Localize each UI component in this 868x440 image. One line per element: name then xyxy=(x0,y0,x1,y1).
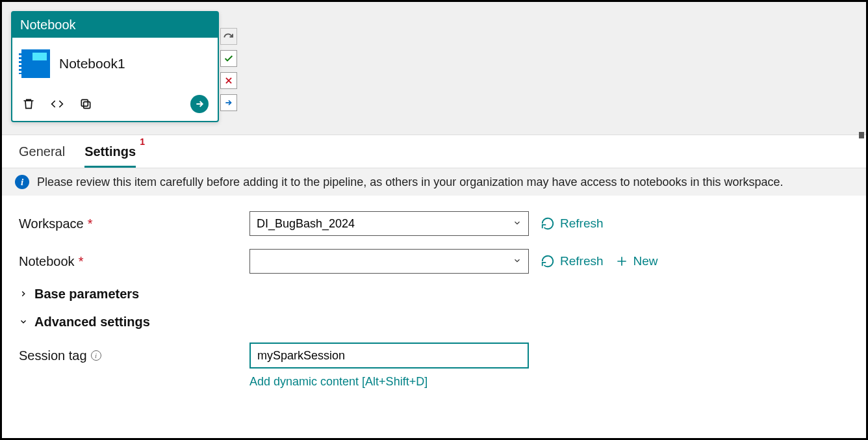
notebook-refresh-button[interactable]: Refresh xyxy=(541,254,604,268)
skip-arrow-icon[interactable] xyxy=(220,94,237,111)
workspace-refresh-button[interactable]: Refresh xyxy=(541,216,604,231)
session-tag-input[interactable] xyxy=(249,343,529,369)
info-icon: i xyxy=(15,175,29,189)
properties-tab-bar: General Settings 1 xyxy=(2,135,866,168)
required-asterisk: * xyxy=(79,254,84,269)
info-banner-text: Please review this item carefully before… xyxy=(37,175,784,189)
success-check-icon[interactable] xyxy=(220,50,237,67)
add-dynamic-content-link[interactable]: Add dynamic content [Alt+Shift+D] xyxy=(249,375,849,389)
notebook-icon xyxy=(21,49,50,78)
workspace-label: Workspace xyxy=(19,216,84,231)
chevron-down-icon xyxy=(19,315,28,330)
copy-icon[interactable] xyxy=(79,97,93,111)
workspace-select[interactable]: DI_BugBash_2024 xyxy=(249,211,529,236)
tab-settings-badge: 1 xyxy=(140,136,145,147)
tab-general[interactable]: General xyxy=(19,144,65,168)
activity-card-notebook[interactable]: Notebook Notebook1 xyxy=(11,11,219,122)
run-arrow-icon[interactable] xyxy=(190,95,209,113)
activity-card-body: Notebook1 xyxy=(12,38,218,90)
tab-settings[interactable]: Settings 1 xyxy=(84,144,136,168)
activity-card-toolbar xyxy=(12,90,218,121)
settings-form: Workspace * DI_BugBash_2024 Refresh Note… xyxy=(2,196,866,404)
error-x-icon[interactable] xyxy=(220,72,237,89)
chevron-down-icon xyxy=(513,217,522,231)
refresh-label: Refresh xyxy=(560,254,604,268)
chevron-right-icon xyxy=(19,287,28,302)
notebook-label: Notebook xyxy=(19,254,75,269)
advanced-settings-expander[interactable]: Advanced settings xyxy=(19,315,849,330)
notebook-row: Notebook * Refresh New xyxy=(19,249,849,274)
side-tool-strip xyxy=(220,28,237,111)
delete-icon[interactable] xyxy=(21,97,36,111)
required-asterisk: * xyxy=(88,216,93,231)
svg-rect-1 xyxy=(81,99,88,106)
activity-type-label: Notebook xyxy=(12,12,218,38)
tab-settings-label: Settings xyxy=(84,144,136,159)
session-tag-label: Session tag xyxy=(19,348,87,363)
activity-name[interactable]: Notebook1 xyxy=(59,56,125,71)
pipeline-canvas[interactable]: Notebook Notebook1 xyxy=(2,2,866,135)
code-icon[interactable] xyxy=(50,97,64,111)
workspace-row: Workspace * DI_BugBash_2024 Refresh xyxy=(19,211,849,236)
notebook-new-button[interactable]: New xyxy=(615,254,658,268)
base-parameters-label: Base parameters xyxy=(34,287,139,302)
workspace-value: DI_BugBash_2024 xyxy=(257,217,355,231)
refresh-label: Refresh xyxy=(560,216,604,231)
chevron-down-icon xyxy=(513,255,522,268)
session-tag-row: Session tag i xyxy=(19,343,849,369)
redo-icon[interactable] xyxy=(220,28,237,45)
info-banner: i Please review this item carefully befo… xyxy=(2,168,866,196)
base-parameters-expander[interactable]: Base parameters xyxy=(19,287,849,302)
info-tooltip-icon[interactable]: i xyxy=(91,350,101,361)
advanced-settings-label: Advanced settings xyxy=(34,315,150,330)
scrollbar-thumb[interactable] xyxy=(859,132,864,138)
new-label: New xyxy=(633,254,658,268)
notebook-select[interactable] xyxy=(249,249,529,274)
svg-rect-0 xyxy=(84,102,90,109)
